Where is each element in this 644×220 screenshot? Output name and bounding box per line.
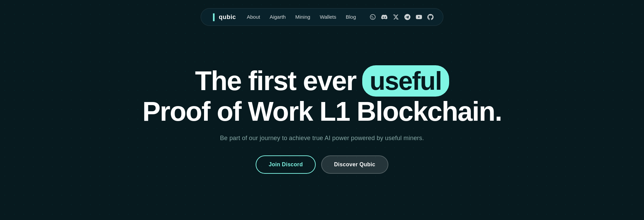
nav-item-wallets[interactable]: Wallets [320, 14, 336, 20]
coingecko-icon[interactable] [370, 14, 376, 20]
hero-subtitle: Be part of our journey to achieve true A… [220, 135, 424, 142]
hero-title-highlight: useful [362, 65, 449, 97]
join-discord-button[interactable]: Join Discord [256, 155, 316, 174]
discord-icon[interactable] [381, 14, 387, 20]
nav-item-aigarth[interactable]: Aigarth [270, 14, 286, 20]
hero-title-line1: The first ever useful [142, 65, 501, 97]
nav-item-about[interactable]: About [247, 14, 260, 20]
svg-point-0 [370, 15, 375, 20]
svg-point-1 [371, 16, 372, 17]
hero-section: The first ever useful Proof of Work L1 B… [135, 19, 508, 220]
telegram-icon[interactable] [404, 14, 410, 20]
x-twitter-icon[interactable] [393, 14, 399, 20]
discover-qubic-button[interactable]: Discover Qubic [321, 155, 388, 174]
navbar: ❙ qubic About Aigarth Mining Wallets Blo… [201, 8, 443, 26]
logo[interactable]: ❙ qubic [210, 13, 236, 21]
hero-buttons: Join Discord Discover Qubic [256, 155, 388, 174]
nav-links: About Aigarth Mining Wallets Blog [247, 14, 356, 20]
hero-title: The first ever useful Proof of Work L1 B… [142, 65, 501, 126]
github-icon[interactable] [427, 14, 434, 20]
social-icons [370, 14, 434, 20]
youtube-icon[interactable] [416, 14, 422, 20]
hero-title-prefix: The first ever [195, 66, 356, 96]
nav-item-blog[interactable]: Blog [346, 14, 356, 20]
nav-item-mining[interactable]: Mining [295, 14, 310, 20]
logo-text: qubic [219, 14, 236, 21]
hero-title-line2: Proof of Work L1 Blockchain. [142, 97, 501, 126]
logo-icon: ❙ [210, 13, 216, 21]
